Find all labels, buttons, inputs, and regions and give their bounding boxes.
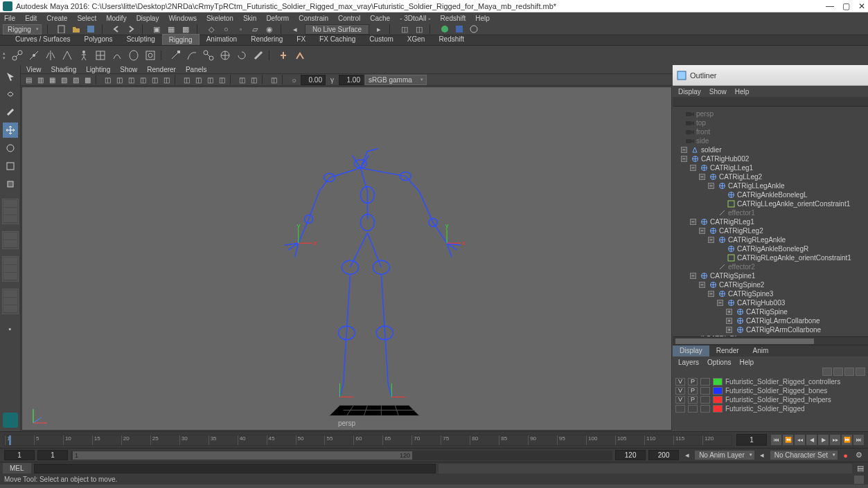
shelf-tab-animation[interactable]: Animation — [200, 33, 244, 45]
menuset-dropdown[interactable]: Rigging — [3, 24, 42, 35]
outliner-node[interactable]: CATRigAnkleBonelegL — [674, 190, 867, 199]
lasso-tool-icon[interactable] — [3, 87, 18, 102]
panel-menu-renderer[interactable]: Renderer — [147, 66, 176, 73]
layer-color-swatch[interactable] — [713, 396, 723, 404]
layer-type-toggle[interactable] — [700, 387, 710, 395]
vp-texture-icon[interactable]: ◫ — [150, 75, 160, 85]
outliner-cam-side[interactable]: side — [674, 136, 867, 145]
vp-wireframe-icon[interactable]: ◫ — [126, 75, 136, 85]
viewport-persp[interactable]: xy xy persp — [21, 87, 672, 431]
menu-file[interactable]: File — [3, 14, 17, 23]
vp-ao-icon[interactable]: ◫ — [193, 75, 204, 85]
vp-exposure-icon[interactable]: ☼ — [289, 75, 299, 85]
expand-icon[interactable]: − — [708, 183, 714, 189]
vp-sel-cam-icon[interactable]: ▤ — [24, 75, 34, 85]
layer-menu-options[interactable]: Options — [707, 359, 731, 366]
menu-display[interactable]: Display — [135, 14, 161, 23]
shelf-tab-rigging[interactable]: Rigging — [162, 34, 200, 45]
vp-colorspace-dropdown[interactable]: sRGB gamma — [365, 75, 427, 85]
outliner-node[interactable]: effector1 — [674, 208, 867, 217]
outliner-node[interactable]: −CATRigSpine2 — [674, 280, 867, 289]
vp-xray-icon[interactable]: ◫ — [237, 75, 247, 85]
menu-cache[interactable]: Cache — [369, 14, 391, 23]
select-tool-icon[interactable] — [3, 69, 18, 84]
joint-tool-icon[interactable] — [10, 48, 25, 63]
go-end-icon[interactable]: ⏭ — [853, 435, 864, 445]
time-slider-track[interactable]: 1510152025303540455055606570758085909510… — [4, 435, 732, 446]
step-back-icon[interactable]: ⏪ — [783, 435, 793, 445]
outliner-node[interactable]: +CATRigLArmCollarbone — [674, 316, 867, 325]
view-layout-2-icon[interactable] — [2, 231, 19, 249]
outliner-node[interactable]: −CATRigLLegAnkle — [674, 181, 867, 190]
expand-icon[interactable]: − — [708, 291, 714, 297]
constraint-orient-icon[interactable] — [234, 48, 249, 63]
outliner-node[interactable]: −CATRigRLeg2 — [674, 226, 867, 235]
expand-icon[interactable]: − — [681, 147, 687, 153]
anim-end-field[interactable]: 200 — [648, 450, 679, 460]
character-set-dropdown[interactable]: No Character Set — [770, 451, 838, 460]
menu-modify[interactable]: Modify — [105, 14, 127, 23]
outliner-node[interactable]: −CATRigSpine3 — [674, 289, 867, 298]
view-layout-icon[interactable] — [2, 199, 19, 224]
current-time-marker[interactable] — [9, 435, 11, 445]
panel-menu-shading[interactable]: Shading — [51, 66, 77, 73]
expand-icon[interactable]: − — [699, 228, 705, 234]
expand-icon[interactable]: − — [690, 165, 696, 171]
display-layer-row[interactable]: Futuristic_Soldier_Rigged — [673, 404, 868, 413]
layer-color-swatch[interactable] — [713, 387, 723, 395]
orient-joint-icon[interactable] — [60, 48, 75, 63]
insert-joint-icon[interactable] — [26, 48, 42, 63]
rotate-tool-icon[interactable] — [3, 141, 18, 156]
layer-vis-toggle[interactable]: V — [675, 387, 685, 395]
vp-resolution-icon[interactable]: ◫ — [103, 75, 113, 85]
layer-playback-toggle[interactable] — [688, 405, 698, 413]
outliner-tree[interactable]: persptopfrontside−soldier−CATRigHub002−C… — [673, 107, 868, 336]
expand-icon[interactable]: − — [708, 237, 714, 243]
vp-2d-icon[interactable]: ▧ — [59, 75, 69, 85]
play-end-field[interactable]: 120 — [615, 450, 646, 460]
outliner-node[interactable]: −CATRigHub003 — [674, 298, 867, 307]
skin-icon[interactable] — [126, 48, 141, 63]
script-lang-button[interactable]: MEL — [3, 463, 31, 473]
move-tool-icon[interactable] — [3, 123, 18, 138]
expand-icon[interactable]: − — [690, 219, 696, 225]
prev-key-icon[interactable]: ◂◂ — [795, 435, 805, 445]
window-close-icon[interactable]: ✕ — [858, 1, 865, 11]
script-editor-icon[interactable]: ▤ — [855, 463, 865, 473]
anim-layer-dropdown[interactable]: No Anim Layer — [695, 451, 754, 460]
menu-skeleton[interactable]: Skeleton — [205, 14, 235, 23]
menu-select[interactable]: Select — [76, 14, 98, 23]
panel-menu-view[interactable]: View — [26, 66, 42, 73]
outliner-menu-help[interactable]: Help — [735, 88, 750, 96]
panel-menu-lighting[interactable]: Lighting — [86, 66, 110, 73]
panel-menu-show[interactable]: Show — [120, 66, 137, 73]
expand-icon[interactable]: + — [726, 318, 732, 324]
outliner-node[interactable]: −CATRigRLeg1 — [674, 217, 867, 226]
select-mode3-icon[interactable]: ▩ — [181, 24, 191, 35]
view-layout-4-icon[interactable] — [2, 289, 19, 314]
step-fwd-icon[interactable]: ⏩ — [842, 435, 852, 445]
ikspline-icon[interactable] — [184, 48, 200, 63]
layer-tab-render[interactable]: Render — [709, 345, 746, 356]
expand-icon[interactable]: + — [726, 327, 732, 333]
help-toggle-icon[interactable] — [854, 476, 864, 484]
outliner-node[interactable]: −CATRigLLeg2 — [674, 172, 867, 181]
quick-rig-icon[interactable] — [276, 48, 291, 63]
vp-gamma-icon[interactable]: γ — [327, 75, 337, 85]
shelf-tab-custom[interactable]: Custom — [362, 33, 400, 45]
command-input[interactable] — [34, 464, 436, 473]
layer-type-toggle[interactable] — [700, 405, 710, 413]
window-maximize-icon[interactable]: ▢ — [842, 1, 850, 11]
expand-icon[interactable]: − — [681, 156, 687, 162]
shelf-tab-rendering[interactable]: Rendering — [244, 33, 290, 45]
menu-skin[interactable]: Skin — [242, 14, 258, 23]
expand-icon[interactable]: + — [726, 309, 732, 315]
layer-vis-toggle[interactable]: V — [675, 378, 685, 386]
outliner-node[interactable]: CATRigLLegAnkle_orientConstraint1 — [674, 199, 867, 208]
shelf-tab-fx-caching[interactable]: FX Caching — [312, 33, 362, 45]
vp-shaded-icon[interactable]: ◫ — [138, 75, 148, 85]
layer-type-toggle[interactable] — [700, 396, 710, 404]
vp-light-icon[interactable]: ◫ — [161, 75, 172, 85]
shelf-tab-xgen[interactable]: XGen — [400, 33, 432, 45]
outliner-cam-front[interactable]: front — [674, 127, 867, 136]
